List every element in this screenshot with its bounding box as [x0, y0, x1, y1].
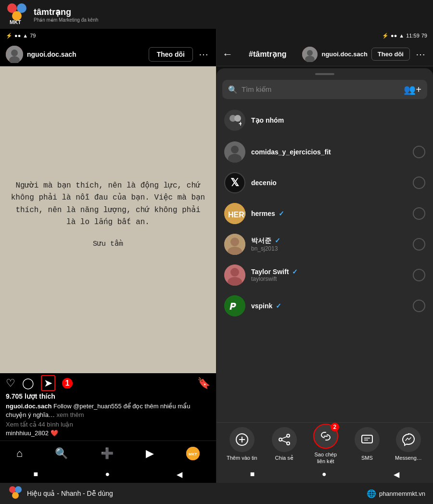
bottom-mkt-logo-icon	[8, 486, 23, 501]
contact-avatar	[224, 234, 245, 255]
left-more-icon[interactable]: ⋯	[197, 49, 210, 60]
comment-heart-icon: ❤️	[51, 429, 58, 437]
post-actions: ♡ ◯ ➤ 1 🔖 9.705 lượt thích nguoi.doc.sac…	[0, 373, 216, 441]
left-avatar	[6, 46, 23, 63]
comments-link[interactable]: Xem tất cả 44 bình luận	[6, 421, 210, 428]
list-item[interactable]: 𝙋 vspink ✓	[216, 290, 433, 321]
svg-text:+: +	[239, 120, 242, 127]
list-item[interactable]: HERMÈS hermes ✓	[216, 198, 433, 229]
recents-btn[interactable]: ■	[34, 470, 38, 479]
caption-more[interactable]: xem thêm	[57, 411, 84, 418]
create-group-icon: +	[224, 110, 245, 131]
mkt-logo-icon: MKT	[5, 2, 29, 26]
comment-icon[interactable]: ◯	[22, 377, 34, 390]
reels-nav-icon[interactable]: ▶	[146, 447, 154, 460]
comment-preview: minhhiuu_2802 ❤️	[6, 429, 210, 437]
contact-avatar: 𝙋	[224, 295, 245, 316]
add-to-story-option[interactable]: Thêm vào tin	[227, 427, 257, 461]
messenger-option[interactable]: Messeng…	[394, 427, 423, 461]
contact-name: decenio	[251, 179, 407, 187]
messenger-icon	[396, 427, 421, 452]
contact-checkbox[interactable]	[413, 176, 425, 189]
svg-point-31	[287, 434, 290, 437]
add-people-icon[interactable]: 👥+	[404, 84, 421, 95]
svg-point-32	[279, 438, 282, 441]
bookmark-icon[interactable]: 🔖	[197, 377, 210, 390]
contact-checkbox[interactable]	[413, 146, 425, 158]
create-group-item[interactable]: + Tạo nhóm	[216, 104, 433, 137]
share-option[interactable]: Chia sẻ	[270, 427, 299, 461]
home-nav-icon[interactable]: ⌂	[16, 447, 23, 460]
website-url: phanmemmkt.vn	[379, 490, 425, 497]
contact-sub: bn_sj2013	[251, 245, 407, 252]
svg-line-35	[282, 441, 287, 442]
contact-name: comidas_y_ejercicios_fit	[251, 148, 407, 156]
list-item[interactable]: 박서준 ✓ bn_sj2013	[216, 229, 433, 260]
left-bottom-nav: ⌂ 🔍 ➕ ▶ MKT	[0, 441, 216, 466]
contact-name: hermes ✓	[251, 210, 407, 217]
sms-icon	[355, 427, 380, 452]
svg-point-40	[9, 486, 16, 493]
send-badge: 1	[62, 378, 73, 389]
left-follow-button[interactable]: Theo dõi	[149, 47, 193, 62]
left-ig-header: nguoi.doc.sach Theo dõi ⋯	[0, 42, 216, 66]
search-bar[interactable]: 🔍 Tìm kiếm 👥+	[222, 80, 427, 99]
right-time: 11:59	[406, 33, 420, 38]
share-label: Chia sẻ	[275, 455, 293, 461]
create-nav-icon[interactable]: ➕	[101, 447, 114, 460]
svg-line-34	[282, 437, 287, 439]
signal-icon: ●●	[14, 33, 21, 38]
svg-rect-37	[362, 435, 372, 443]
send-highlight-box: ➤	[41, 375, 55, 391]
contact-checkbox[interactable]	[413, 269, 425, 281]
right-recents-btn[interactable]: ■	[250, 470, 255, 479]
contact-avatar	[224, 265, 245, 286]
contacts-list: + Tạo nhóm comidas_y_e	[216, 104, 433, 422]
search-nav-icon[interactable]: 🔍	[55, 447, 68, 460]
copy-link-option[interactable]: 2 Sao chépliên kết	[311, 424, 340, 464]
send-icon[interactable]: ➤	[41, 377, 55, 390]
globe-icon: 🌐	[367, 489, 376, 498]
svg-point-16	[231, 146, 239, 153]
copy-link-badge: 2	[331, 423, 339, 431]
list-item[interactable]: 𝕏 decenio	[216, 167, 433, 198]
right-back-btn[interactable]: ◀	[394, 470, 399, 479]
back-arrow-icon[interactable]: ←	[222, 48, 233, 61]
contact-checkbox[interactable]	[413, 238, 425, 251]
share-icon	[272, 427, 297, 452]
comment-username: minhhiuu_2802	[6, 429, 49, 437]
contact-name: 박서준 ✓	[251, 237, 407, 245]
sms-option[interactable]: SMS	[353, 427, 382, 461]
right-home-btn[interactable]: ●	[322, 470, 327, 479]
search-placeholder: Tìm kiếm	[242, 85, 400, 94]
messenger-label: Messeng…	[395, 455, 422, 461]
contact-name: vspink ✓	[251, 302, 407, 310]
left-status-bar: ⚡ ●● ▲ 79	[0, 29, 216, 42]
contact-avatar: 𝕏	[224, 172, 245, 193]
share-sheet: 🔍 Tìm kiếm 👥+ + Tạo nhóm	[216, 68, 433, 483]
profile-nav-icon[interactable]: MKT	[186, 447, 200, 460]
right-panel: ⚡ ●● ▲ 11:59 79 ← #tâmtrạng nguoi.doc.sa…	[216, 29, 433, 483]
top-banner: MKT tâmtrạng Phần mềm Marketing đa kênh	[0, 0, 433, 29]
list-item[interactable]: comidas_y_ejercicios_fit	[216, 137, 433, 167]
wifi-icon: ▲	[23, 33, 28, 38]
svg-point-10	[307, 50, 313, 56]
right-follow-button[interactable]: Theo dõi	[371, 48, 410, 61]
sms-label: SMS	[361, 455, 373, 461]
share-options-bar: Thêm vào tin Chia sẻ	[216, 422, 433, 466]
svg-text:MKT: MKT	[189, 452, 197, 456]
back-btn[interactable]: ◀	[177, 470, 182, 479]
svg-point-26	[224, 295, 245, 316]
contact-name: Taylor Swift ✓	[251, 268, 407, 276]
contact-checkbox[interactable]	[413, 300, 425, 312]
copy-link-label: Sao chépliên kết	[315, 452, 337, 464]
svg-point-5	[11, 50, 18, 56]
right-more-icon[interactable]: ⋯	[414, 49, 427, 60]
svg-point-24	[230, 268, 239, 277]
like-icon[interactable]: ♡	[6, 377, 15, 390]
right-username: nguoi.doc.sach	[321, 50, 367, 58]
likes-count: 9.705 lượt thích	[6, 392, 210, 400]
list-item[interactable]: Taylor Swift ✓ taylorswift	[216, 260, 433, 290]
contact-checkbox[interactable]	[413, 207, 425, 220]
home-btn[interactable]: ●	[105, 470, 110, 479]
